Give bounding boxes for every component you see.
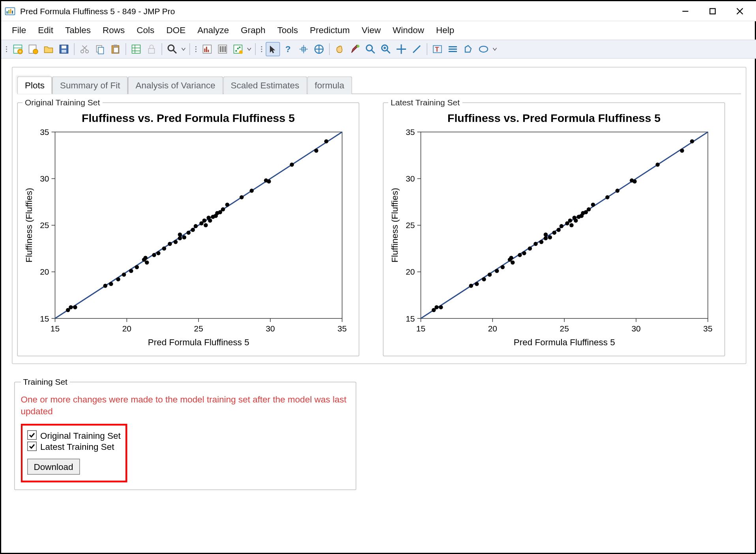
open-icon[interactable]: [41, 42, 56, 56]
tab-bar: Plots Summary of Fit Analysis of Varianc…: [17, 76, 741, 94]
zoom-in-icon[interactable]: [363, 42, 378, 56]
svg-point-105: [145, 260, 149, 265]
maximize-button[interactable]: [699, 2, 726, 20]
svg-text:Fluffiness (Fluffies): Fluffiness (Fluffies): [24, 188, 34, 262]
original-training-set-fieldset: Original Training Set Fluffiness vs. Pre…: [17, 98, 359, 357]
svg-point-104: [143, 256, 148, 260]
svg-text:15: 15: [51, 324, 60, 333]
menu-analyze[interactable]: Analyze: [191, 22, 235, 37]
svg-point-174: [533, 242, 538, 246]
arrow-tool-icon[interactable]: [266, 42, 280, 56]
toolbar-grip-icon: [260, 46, 264, 52]
app-icon: [5, 6, 15, 16]
fit-y-by-x-icon[interactable]: [215, 42, 230, 56]
annotation-dropdown-icon[interactable]: [492, 47, 498, 52]
svg-point-196: [632, 179, 637, 183]
svg-point-45: [239, 47, 241, 49]
svg-point-172: [522, 251, 526, 255]
new-table-icon[interactable]: +: [11, 42, 25, 56]
crosshairs-icon[interactable]: [394, 42, 408, 56]
menu-cols[interactable]: Cols: [131, 22, 160, 37]
checkbox-latest-label: Latest Training Set: [40, 441, 114, 451]
scatter-plot-latest[interactable]: 15202530351520253035Pred Formula Fluffin…: [388, 126, 720, 351]
svg-point-108: [162, 247, 167, 251]
svg-point-163: [475, 282, 479, 286]
svg-point-180: [556, 228, 561, 232]
scatter-plot-original[interactable]: 15202530351520253035Pred Formula Fluffin…: [22, 126, 354, 351]
svg-point-167: [501, 265, 505, 270]
tab-formula[interactable]: formula: [307, 77, 352, 94]
oval-annotation-icon[interactable]: [477, 42, 491, 56]
svg-point-179: [552, 230, 557, 235]
svg-rect-16: [62, 46, 66, 49]
menu-rows[interactable]: Rows: [97, 22, 131, 37]
tab-plots[interactable]: Plots: [17, 77, 52, 94]
menu-predictum[interactable]: Predictum: [304, 22, 356, 37]
svg-text:T: T: [435, 46, 439, 53]
svg-rect-4: [12, 10, 13, 13]
svg-rect-26: [114, 45, 117, 47]
menubar: File Edit Tables Rows Cols DOE Analyze G…: [1, 21, 756, 40]
search-dropdown-icon[interactable]: [181, 47, 187, 52]
svg-point-115: [191, 228, 195, 232]
svg-text:20: 20: [406, 267, 415, 276]
line-tool-icon[interactable]: [410, 42, 424, 56]
menu-doe[interactable]: DOE: [160, 22, 191, 37]
menu-help[interactable]: Help: [430, 22, 460, 37]
close-button[interactable]: [726, 2, 754, 20]
svg-point-184: [569, 223, 574, 228]
tab-analysis-of-variance[interactable]: Analysis of Variance: [128, 77, 223, 94]
toolbar-grip-icon: [5, 46, 8, 52]
svg-point-197: [655, 163, 660, 167]
search-icon[interactable]: [165, 42, 180, 56]
scroller-tool-icon[interactable]: [312, 42, 326, 56]
help-tool-icon[interactable]: ?: [281, 42, 296, 56]
checkbox-original-training-set[interactable]: [27, 430, 37, 440]
distribution-icon[interactable]: [200, 42, 214, 56]
magnifier-icon[interactable]: [379, 42, 393, 56]
svg-text:25: 25: [194, 324, 203, 333]
svg-point-18: [81, 50, 84, 53]
new-script-icon[interactable]: [26, 42, 40, 56]
tab-summary-of-fit[interactable]: Summary of Fit: [52, 77, 128, 94]
svg-point-55: [367, 45, 372, 51]
svg-point-191: [587, 207, 591, 211]
svg-rect-1: [7, 11, 8, 13]
lock-icon[interactable]: [144, 42, 159, 56]
save-icon[interactable]: [57, 42, 71, 56]
menu-graph[interactable]: Graph: [235, 22, 271, 37]
analyze-dropdown-icon[interactable]: [246, 47, 252, 52]
svg-text:25: 25: [406, 221, 415, 230]
svg-rect-35: [204, 49, 206, 52]
svg-point-112: [178, 232, 182, 237]
table-view-icon[interactable]: [129, 42, 143, 56]
menu-file[interactable]: File: [6, 22, 32, 37]
menu-tables[interactable]: Tables: [59, 22, 97, 37]
menu-window[interactable]: Window: [387, 22, 430, 37]
menu-edit[interactable]: Edit: [32, 22, 59, 37]
checkbox-latest-training-set[interactable]: [27, 442, 37, 451]
menu-view[interactable]: View: [356, 22, 387, 37]
brush-tool-icon[interactable]: [348, 42, 362, 56]
menu-tools[interactable]: Tools: [271, 22, 304, 37]
svg-text:20: 20: [40, 267, 49, 276]
svg-point-116: [194, 224, 198, 228]
crosshair-tool-icon[interactable]: [297, 42, 311, 56]
svg-point-166: [495, 269, 499, 273]
training-set-fieldset: Training Set One or more changes were ma…: [14, 377, 356, 490]
line-annotation-icon[interactable]: [446, 42, 460, 56]
graph-builder-icon[interactable]: [231, 42, 245, 56]
svg-rect-39: [220, 46, 222, 52]
chart-title-right: Fluffiness vs. Pred Formula Fluffiness 5: [388, 112, 720, 125]
polygon-annotation-icon[interactable]: [461, 42, 475, 56]
text-annotation-icon[interactable]: T: [430, 42, 445, 56]
paste-icon[interactable]: [109, 42, 123, 56]
download-button[interactable]: Download: [27, 459, 80, 475]
copy-icon[interactable]: [93, 42, 107, 56]
svg-point-165: [488, 273, 492, 277]
minimize-button[interactable]: [672, 2, 699, 20]
tab-scaled-estimates[interactable]: Scaled Estimates: [223, 77, 307, 94]
svg-point-102: [135, 265, 139, 270]
grabber-tool-icon[interactable]: [333, 42, 347, 56]
cut-icon[interactable]: [78, 42, 92, 56]
